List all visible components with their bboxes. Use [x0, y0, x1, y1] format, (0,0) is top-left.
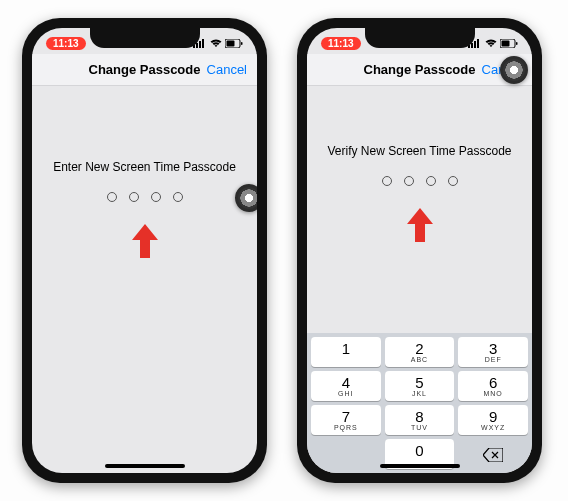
nav-title: Change Passcode [364, 62, 476, 77]
instruction-arrow-icon [130, 224, 160, 260]
nav-bar: Change Passcode Cancel [32, 54, 257, 86]
keypad-key-letters: JKL [385, 390, 455, 398]
status-time: 11:13 [46, 37, 86, 50]
keypad-key-number: 2 [385, 341, 455, 356]
passcode-dots [382, 176, 458, 186]
content-area: Enter New Screen Time Passcode [32, 86, 257, 473]
keypad-blank [311, 439, 381, 469]
keypad-key-number: 8 [385, 409, 455, 424]
home-indicator[interactable] [105, 464, 185, 468]
keypad-key-number: 0 [385, 443, 455, 458]
wifi-icon [210, 39, 222, 48]
svg-rect-2 [199, 41, 201, 48]
keypad-key-letters: ABC [385, 356, 455, 364]
keypad-key-6[interactable]: 6MNO [458, 371, 528, 401]
passcode-dot [404, 176, 414, 186]
keypad-key-letters: TUV [385, 424, 455, 432]
assistive-touch-button[interactable] [500, 56, 528, 84]
svg-rect-12 [502, 40, 510, 46]
keypad-key-number: 9 [458, 409, 528, 424]
home-indicator[interactable] [380, 464, 460, 468]
assistive-touch-button[interactable] [235, 184, 257, 212]
svg-rect-9 [474, 41, 476, 48]
svg-rect-6 [241, 42, 243, 45]
keypad-key-3[interactable]: 3DEF [458, 337, 528, 367]
passcode-dot [382, 176, 392, 186]
cancel-button[interactable]: Cancel [207, 62, 247, 77]
numeric-keypad: 12ABC3DEF4GHI5JKL6MNO7PQRS8TUV9WXYZ0 [307, 333, 532, 473]
passcode-dot [107, 192, 117, 202]
screen-1: 11:13 Change Passcode Cancel Enter New S… [32, 28, 257, 473]
notch [90, 28, 200, 48]
backspace-icon [483, 448, 503, 462]
instruction-arrow-icon [405, 208, 435, 244]
passcode-prompt: Enter New Screen Time Passcode [53, 160, 236, 174]
keypad-delete-button[interactable] [458, 439, 528, 469]
keypad-key-letters: MNO [458, 390, 528, 398]
battery-icon [500, 39, 518, 48]
keypad-key-letters: GHI [311, 390, 381, 398]
keypad-key-letters: PQRS [311, 424, 381, 432]
passcode-dot [129, 192, 139, 202]
phone-frame-2: 11:13 Change Passcode Cancel Verify New … [297, 18, 542, 483]
keypad-key-5[interactable]: 5JKL [385, 371, 455, 401]
battery-icon [225, 39, 243, 48]
svg-rect-8 [471, 43, 473, 48]
keypad-key-number: 5 [385, 375, 455, 390]
svg-rect-13 [516, 42, 518, 45]
passcode-dot [426, 176, 436, 186]
keypad-key-number: 4 [311, 375, 381, 390]
notch [365, 28, 475, 48]
keypad-key-number: 3 [458, 341, 528, 356]
status-time: 11:13 [321, 37, 361, 50]
svg-rect-10 [477, 39, 479, 48]
keypad-key-1[interactable]: 1 [311, 337, 381, 367]
status-icons [468, 39, 518, 48]
svg-rect-1 [196, 43, 198, 48]
passcode-dot [151, 192, 161, 202]
screen-2: 11:13 Change Passcode Cancel Verify New … [307, 28, 532, 473]
nav-bar: Change Passcode Cancel [307, 54, 532, 86]
keypad-key-letters: DEF [458, 356, 528, 364]
keypad-key-2[interactable]: 2ABC [385, 337, 455, 367]
passcode-dots [107, 192, 183, 202]
content-area: Verify New Screen Time Passcode [307, 86, 532, 333]
status-icons [193, 39, 243, 48]
wifi-icon [485, 39, 497, 48]
keypad-key-number: 6 [458, 375, 528, 390]
passcode-prompt: Verify New Screen Time Passcode [327, 144, 511, 158]
keypad-key-4[interactable]: 4GHI [311, 371, 381, 401]
keypad-key-number: 7 [311, 409, 381, 424]
keypad-key-8[interactable]: 8TUV [385, 405, 455, 435]
keypad-key-7[interactable]: 7PQRS [311, 405, 381, 435]
keypad-key-letters [311, 356, 381, 364]
svg-rect-3 [202, 39, 204, 48]
phone-frame-1: 11:13 Change Passcode Cancel Enter New S… [22, 18, 267, 483]
svg-rect-5 [227, 40, 235, 46]
nav-title: Change Passcode [89, 62, 201, 77]
passcode-dot [173, 192, 183, 202]
keypad-key-9[interactable]: 9WXYZ [458, 405, 528, 435]
keypad-key-number: 1 [311, 341, 381, 356]
passcode-dot [448, 176, 458, 186]
keypad-key-letters: WXYZ [458, 424, 528, 432]
